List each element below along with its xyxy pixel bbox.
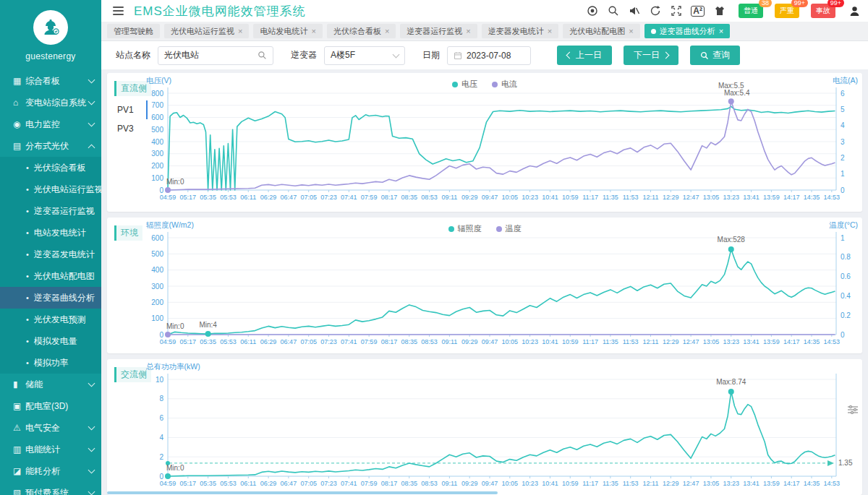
svg-text:05:53: 05:53	[220, 194, 237, 201]
filter-bar: 站点名称 光伏电站 逆变器 A楼5F 日期 2023-07-08 上一日 下一日…	[101, 41, 868, 69]
sidebar-item-label: 电力监控	[25, 119, 89, 131]
target-icon[interactable]	[586, 5, 598, 17]
sidebar-item[interactable]: ⚠电气安全	[0, 417, 101, 439]
close-icon[interactable]: ×	[311, 27, 315, 35]
svg-text:0.4: 0.4	[841, 292, 851, 300]
site-name-value: 光伏电站	[164, 49, 253, 61]
tab[interactable]: 光伏电站配电图×	[563, 24, 639, 38]
tab-label: 光伏综合看板	[333, 26, 381, 37]
sidebar-item-label: 分布式光伏	[25, 140, 89, 152]
sidebar-subitem-label: 光伏电站配电图	[34, 270, 95, 283]
svg-text:10:23: 10:23	[522, 194, 538, 201]
theme-icon[interactable]	[713, 5, 726, 17]
sidebar-subitem[interactable]: •光伏电站配电图	[0, 265, 101, 287]
close-icon[interactable]: ×	[629, 27, 633, 35]
svg-text:Max:5.4: Max:5.4	[724, 89, 750, 97]
close-icon[interactable]: ×	[238, 27, 242, 35]
mute-icon[interactable]	[628, 5, 640, 17]
tab[interactable]: 逆变器运行监视×	[400, 24, 477, 38]
svg-text:05:53: 05:53	[220, 338, 237, 345]
fullscreen-icon[interactable]	[670, 5, 682, 17]
header-icons: A² 普通38严重99+事故99+	[586, 4, 861, 18]
tab[interactable]: 光伏电站运行监视×	[164, 24, 249, 38]
sidebar-item[interactable]: ◪能耗分析	[0, 460, 101, 482]
sidebar-item[interactable]: ▧预付费系统	[0, 482, 101, 495]
sidebar-item[interactable]: ▮储能	[0, 374, 101, 395]
sidebar-subitem[interactable]: •光伏综合看板	[0, 157, 101, 178]
tab[interactable]: 逆变器曲线分析×	[644, 24, 730, 38]
dc-chart[interactable]: 0100200300400500600700800012345604:5905:…	[142, 74, 858, 206]
tab[interactable]: 管理驾驶舱	[107, 24, 160, 38]
close-icon[interactable]: ×	[466, 27, 470, 35]
bullet-icon: •	[26, 185, 29, 194]
sidebar-item[interactable]: ◉电力监控	[0, 113, 101, 135]
sidebar-item[interactable]: ▣配电室(3D)	[0, 395, 101, 417]
menu-toggle-icon[interactable]	[113, 4, 124, 17]
refresh-icon[interactable]	[649, 5, 661, 17]
tab[interactable]: 电站发电统计×	[253, 24, 322, 38]
sidebar-item-label: 储能	[25, 379, 89, 391]
sidebar-item[interactable]: ▥电能统计	[0, 439, 101, 460]
tab[interactable]: 光伏综合看板×	[327, 24, 396, 38]
next-day-button[interactable]: 下一日	[624, 46, 678, 65]
safety-icon: ⚠	[13, 423, 25, 433]
query-button[interactable]: 查询	[690, 46, 740, 65]
svg-text:4: 4	[159, 434, 163, 442]
logo: guestenergy	[0, 0, 101, 61]
sidebar-item[interactable]: ⌂变电站综自系统	[0, 92, 101, 113]
sidebar-subitem[interactable]: •逆变器运行监视	[0, 200, 101, 222]
svg-text:10:05: 10:05	[502, 194, 519, 201]
svg-text:08:17: 08:17	[381, 480, 398, 487]
alarm-badge[interactable]: 普通38	[739, 4, 763, 18]
svg-text:2: 2	[841, 154, 845, 162]
inverter-select[interactable]: A楼5F	[324, 46, 405, 65]
svg-text:04:59: 04:59	[160, 194, 176, 201]
close-icon[interactable]: ×	[385, 27, 389, 35]
sidebar-item[interactable]: ▤分布式光伏	[0, 135, 101, 157]
solar-icon: ▤	[13, 141, 25, 151]
badge-count: 38	[759, 0, 772, 7]
sidebar-subitem[interactable]: •光伏发电预测	[0, 309, 101, 330]
alarm-badge[interactable]: 严重99+	[775, 4, 799, 18]
ac-power-chart[interactable]: 024681004:5905:1705:3505:5306:1106:2906:…	[142, 361, 858, 492]
svg-text:13:41: 13:41	[743, 480, 760, 487]
svg-text:08:35: 08:35	[401, 338, 417, 345]
svg-text:12:29: 12:29	[663, 480, 679, 487]
svg-text:10: 10	[156, 376, 164, 384]
sidebar-subitem[interactable]: •模拟功率	[0, 352, 101, 374]
site-name-input[interactable]: 光伏电站	[158, 46, 273, 65]
search-icon[interactable]	[607, 5, 619, 17]
sidebar-subitem[interactable]: •逆变器发电统计	[0, 244, 101, 265]
svg-text:10:59: 10:59	[562, 338, 579, 345]
chart-toolbox-icon[interactable]	[848, 404, 858, 417]
environment-chart[interactable]: 010020030040050060000.20.40.60.8104:5905…	[142, 219, 858, 350]
font-size-icon[interactable]: A²	[691, 6, 705, 17]
sidebar-subitem[interactable]: •模拟发电量	[0, 330, 101, 352]
date-input[interactable]: 2023-07-08	[447, 46, 531, 65]
horizontal-scrollbar-thumb[interactable]	[107, 491, 498, 494]
avatar[interactable]	[848, 5, 861, 17]
sidebar-item[interactable]: ▦综合看板	[0, 70, 101, 92]
svg-text:600: 600	[151, 234, 163, 242]
close-icon[interactable]: ×	[719, 27, 723, 35]
svg-text:07:59: 07:59	[361, 194, 378, 201]
svg-text:Min:0: Min:0	[166, 178, 184, 186]
sidebar-item-label: 预付费系统	[25, 487, 89, 495]
bullet-icon: •	[26, 315, 29, 324]
prev-day-button[interactable]: 上一日	[557, 46, 612, 65]
alarm-badge[interactable]: 事故99+	[811, 4, 835, 18]
svg-text:10:41: 10:41	[542, 194, 558, 201]
sidebar-subitem-label: 模拟功率	[34, 357, 69, 369]
close-icon[interactable]: ×	[548, 27, 552, 35]
sidebar-subitem[interactable]: •逆变器曲线分析	[0, 287, 101, 309]
svg-text:14:35: 14:35	[804, 194, 820, 201]
sidebar-subitem[interactable]: •光伏电站运行监视	[0, 178, 101, 200]
tab[interactable]: 逆变器发电统计×	[482, 24, 558, 38]
svg-text:0: 0	[159, 331, 163, 339]
svg-text:0.2: 0.2	[841, 311, 851, 319]
svg-text:电压(V): 电压(V)	[146, 76, 171, 85]
sidebar-subitem[interactable]: •电站发电统计	[0, 222, 101, 244]
sidebar-submenu: •光伏综合看板•光伏电站运行监视•逆变器运行监视•电站发电统计•逆变器发电统计•…	[0, 157, 101, 374]
search-icon[interactable]	[258, 51, 267, 60]
svg-text:Max:8.74: Max:8.74	[716, 378, 746, 386]
